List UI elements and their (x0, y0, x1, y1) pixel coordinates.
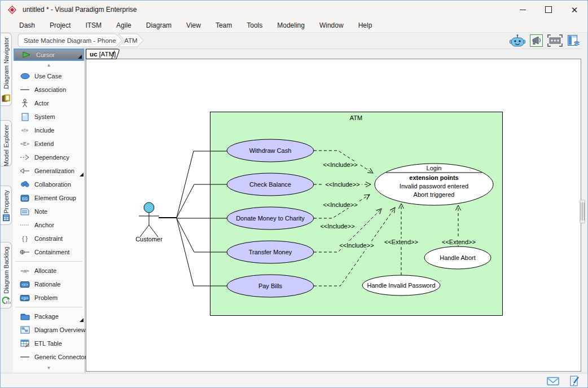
svg-text:{ }: { } (22, 236, 28, 242)
status-bar (1, 373, 587, 388)
element-group-icon: EG (20, 195, 29, 202)
svg-text:extension points: extension points (409, 174, 458, 181)
palette-item-constraint[interactable]: { } Constraint (13, 232, 85, 245)
include-label: <<Include>> (320, 223, 354, 230)
side-tab-strip: Diagram Navigator Model Explorer Propert… (1, 48, 13, 373)
menu-item-help[interactable]: Help (351, 21, 380, 29)
menu-item-tools[interactable]: Tools (239, 21, 270, 29)
diagram-toolbar-palette: Cursor ▲ Use Case Association Actor Syst… (13, 48, 85, 373)
filmstrip-selection-icon[interactable] (547, 34, 563, 47)
containment-icon (20, 249, 30, 255)
association-icon (20, 88, 30, 91)
side-tab-label: Model Explorer (3, 125, 10, 166)
assistant-robot-icon[interactable] (510, 34, 525, 47)
svg-text:Check Balance: Check Balance (249, 181, 291, 188)
menu-item-dash[interactable]: Dash (12, 21, 42, 29)
palette-item-include[interactable]: «!» Include (13, 124, 85, 137)
system-boundary-label[interactable]: ATM (350, 114, 362, 121)
breadcrumb-segment-label[interactable]: ATM (124, 37, 137, 44)
menu-item-itsm[interactable]: ITSM (78, 21, 109, 29)
panel-layout-icon[interactable] (567, 34, 581, 47)
use-case-login[interactable]: Login extension points Invalid password … (375, 164, 493, 205)
palette-item-etl-table[interactable]: ETL Table (13, 337, 85, 350)
palette-item-generalization[interactable]: Generalization (13, 164, 85, 178)
menu-item-agile[interactable]: Agile (109, 21, 139, 29)
cursor-icon (22, 50, 31, 59)
palette-item-problem[interactable]: <p> Problem (13, 291, 85, 305)
side-tab-label: Diagram Navigator (3, 37, 10, 89)
palette-item-cursor[interactable]: Cursor (14, 48, 84, 61)
side-tab-property[interactable]: Property (1, 186, 12, 225)
minimize-icon (520, 10, 526, 10)
side-tab-model-explorer[interactable]: Model Explorer (1, 120, 12, 166)
include-label: <<Include>> (339, 242, 374, 249)
palette-item-use-case[interactable]: Use Case (13, 69, 85, 83)
use-case-icon (20, 73, 30, 80)
actor-label: Customer (135, 236, 163, 242)
side-tab-diagram-navigator[interactable]: Diagram Navigator (1, 33, 12, 106)
palette-scroll-up[interactable]: ▲ (13, 61, 85, 69)
palette-item-containment[interactable]: Containment (13, 245, 85, 259)
palette-item-allocate[interactable]: «al» Allocate (13, 264, 85, 277)
diagram-canvas[interactable]: uc[ATM] ATM Customer (86, 48, 581, 372)
etl-table-icon (20, 340, 30, 347)
close-button[interactable]: ✕ (561, 1, 587, 19)
menu-item-window[interactable]: Window (312, 21, 351, 29)
diagram-backlog-icon (2, 296, 11, 305)
side-tab-label: Property (3, 190, 10, 214)
svg-text:Transfer Money: Transfer Money (249, 249, 292, 255)
close-icon: ✕ (571, 6, 578, 14)
palette-item-generic-connector[interactable]: Generic Connector (13, 350, 85, 364)
system-icon (21, 113, 29, 121)
svg-text:Donate Money to Charity: Donate Money to Charity (236, 215, 305, 222)
problem-icon: <p> (20, 294, 30, 302)
side-tab-diagram-backlog[interactable]: Diagram Backlog (1, 242, 12, 308)
announcement-icon[interactable] (530, 34, 543, 47)
use-case-withdraw-cash[interactable]: Withdraw Cash (227, 139, 314, 162)
minimize-button[interactable] (510, 1, 536, 19)
palette-item-note[interactable]: Note (13, 205, 85, 218)
panel-resize-grip[interactable] (580, 200, 585, 223)
collaboration-icon (20, 181, 30, 188)
palette-item-collaboration[interactable]: Collaboration (13, 178, 85, 191)
side-tab-label: Diagram Backlog (3, 246, 10, 294)
edit-document-icon[interactable] (569, 376, 580, 386)
note-icon (20, 208, 29, 215)
palette-item-rationale[interactable]: <r> Rationale (13, 277, 85, 291)
palette-scroll-down[interactable]: ▼ (13, 364, 85, 372)
menu-item-team[interactable]: Team (208, 21, 239, 29)
palette-item-extend[interactable]: «E» Extend (13, 137, 85, 151)
breadcrumb-bar: State Machine Diagram - Phone ATM (1, 33, 587, 49)
menu-item-project[interactable]: Project (42, 21, 78, 29)
palette-item-package[interactable]: Package (13, 310, 85, 323)
palette-item-system[interactable]: System (13, 110, 85, 124)
use-case-check-balance[interactable]: Check Balance (227, 173, 314, 196)
palette-item-dependency[interactable]: Dependency (13, 151, 85, 164)
visual-paradigm-logo-icon (7, 5, 17, 15)
palette-item-element-group[interactable]: EG Element Group (13, 191, 85, 205)
diagram-tab-label[interactable]: uc[ATM] (90, 51, 116, 58)
maximize-button[interactable] (536, 1, 561, 19)
use-case-transfer-money[interactable]: Transfer Money (227, 241, 314, 263)
breadcrumb-segment-label[interactable]: State Machine Diagram - Phone (24, 37, 116, 44)
menu-item-diagram[interactable]: Diagram (139, 21, 179, 29)
menu-item-modeling[interactable]: Modeling (270, 21, 312, 29)
palette-divider (13, 259, 85, 264)
diagram-overview-icon (20, 326, 30, 334)
constraint-icon: { } (20, 235, 30, 242)
palette-item-anchor[interactable]: Anchor (13, 218, 85, 232)
window-title: untitled * - Visual Paradigm Enterprise (23, 6, 137, 14)
palette-item-association[interactable]: Association (13, 83, 85, 96)
use-case-handle-invalid-password[interactable]: Handle Invalid Password (362, 275, 440, 296)
generic-connector-icon (20, 355, 30, 359)
use-case-donate-money[interactable]: Donate Money to Charity (227, 207, 314, 230)
palette-item-actor[interactable]: Actor (13, 96, 85, 110)
mail-icon[interactable] (547, 377, 559, 386)
submenu-corner-icon (80, 318, 84, 322)
palette-item-diagram-overview[interactable]: Diagram Overview (13, 323, 85, 337)
svg-text:Handle Invalid Password: Handle Invalid Password (367, 282, 435, 289)
use-case-pay-bills[interactable]: Pay Bills (227, 275, 314, 297)
palette-item-label: Cursor (36, 51, 55, 58)
menu-item-view[interactable]: View (179, 21, 208, 29)
use-case-handle-abort[interactable]: Handle Abort (424, 246, 491, 269)
